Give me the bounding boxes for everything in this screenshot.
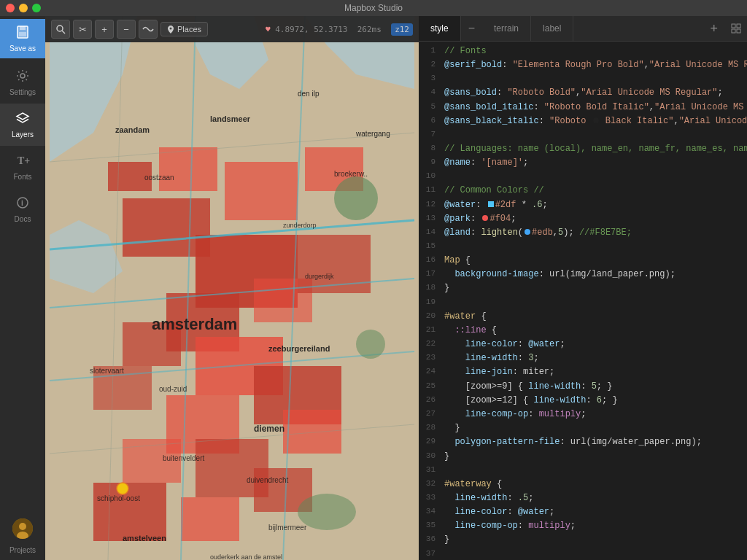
add-tab-button[interactable]: + xyxy=(703,16,725,41)
svg-rect-60 xyxy=(737,29,740,33)
tab-terrain[interactable]: terrain xyxy=(482,16,531,41)
code-editor[interactable]: 1 // Fonts 2 @serif_bold: "Elementa Roug… xyxy=(419,42,747,560)
code-line: 9 @name: '[name]'; xyxy=(419,156,747,170)
editor-panel: style − terrain label + 1 // Fonts 2 xyxy=(419,16,747,560)
code-line: 30 } xyxy=(419,450,747,464)
svg-rect-15 xyxy=(159,147,217,191)
code-line: 36 } xyxy=(419,533,747,547)
code-line: 21 ::line { xyxy=(419,324,747,338)
svg-text:T+: T+ xyxy=(18,155,30,166)
code-line: 24 line-join: miter; xyxy=(419,365,747,379)
projects-item[interactable]: Projects xyxy=(0,545,45,560)
main-area: Save as Settings Layers xyxy=(0,16,747,560)
user-avatar[interactable] xyxy=(12,518,33,539)
docs-item[interactable]: i Docs xyxy=(0,188,45,230)
code-line: 23 line-width: 3; xyxy=(419,351,747,365)
code-line: 1 // Fonts xyxy=(419,44,747,58)
code-line: 20 #water { xyxy=(419,310,747,324)
code-line: 11 // Common Colors // xyxy=(419,184,747,198)
code-line: 19 xyxy=(419,296,747,310)
svg-rect-2 xyxy=(19,32,26,36)
remove-button[interactable]: − xyxy=(117,20,136,39)
svg-text:zunderdorp: zunderdorp xyxy=(283,222,317,229)
code-line: 26 [zoom>=12] { line-width: 6; } xyxy=(419,394,747,408)
maximize-button[interactable] xyxy=(32,4,41,12)
svg-rect-1 xyxy=(20,26,26,30)
svg-text:oud-zuid: oud-zuid xyxy=(159,385,187,393)
save-label: Save as xyxy=(9,44,36,52)
code-line: 37 xyxy=(419,548,747,560)
save-button[interactable]: Save as xyxy=(0,19,45,58)
tab-label[interactable]: label xyxy=(531,16,573,41)
places-label: Places xyxy=(177,25,201,34)
time-value: 262ms xyxy=(357,25,382,34)
svg-rect-17 xyxy=(225,162,298,220)
svg-rect-58 xyxy=(737,24,740,28)
add-button[interactable]: + xyxy=(95,20,114,39)
layers-label: Layers xyxy=(12,131,34,139)
svg-point-35 xyxy=(356,330,385,359)
svg-text:oostzaan: oostzaan xyxy=(144,174,174,182)
code-line: 5 @sans_bold_italic: "Roboto Bold Italic… xyxy=(419,101,747,114)
svg-rect-59 xyxy=(732,29,735,33)
code-line: 12 @water: #2df * .6; xyxy=(419,198,747,212)
editor-tabs: style − terrain label + xyxy=(419,16,747,42)
sidebar: Save as Settings Layers xyxy=(0,16,45,560)
code-line: 33 line-width: .5; xyxy=(419,491,747,505)
svg-text:ouderkerk aan de amstel: ouderkerk aan de amstel xyxy=(210,553,282,560)
code-line: 13 @park: #f04; xyxy=(419,212,747,226)
layers-icon xyxy=(15,111,30,128)
map-canvas[interactable]: zaandam landsmeer den ilp watergang oost… xyxy=(45,16,419,560)
code-line: 28 } xyxy=(419,421,747,435)
layers-item[interactable]: Layers xyxy=(0,104,45,146)
code-line: 8 // Languages: name (local), name_en, n… xyxy=(419,142,747,156)
svg-text:buitenveldert: buitenveldert xyxy=(163,454,204,462)
code-line: 10 xyxy=(419,170,747,184)
grid-button[interactable] xyxy=(725,16,747,41)
save-icon xyxy=(15,25,30,42)
docs-icon: i xyxy=(15,195,30,212)
code-line: 2 @serif_bold: "Elementa Rough Pro Bold"… xyxy=(419,58,747,72)
settings-item[interactable]: Settings xyxy=(0,61,45,104)
svg-point-3 xyxy=(20,74,25,78)
svg-rect-32 xyxy=(181,497,239,541)
code-line: 3 xyxy=(419,72,747,86)
settings-label: Settings xyxy=(9,88,36,96)
scissors-button[interactable]: ✂ xyxy=(73,20,92,39)
app-title: Mapbox Studio xyxy=(344,3,403,13)
fonts-label: Fonts xyxy=(13,173,31,181)
map-area: ✂ + − Places ♥ 4.8972, 52.3713 262ms z12 xyxy=(45,16,419,560)
svg-text:diemen: diemen xyxy=(254,424,285,434)
code-line: 14 @land: lighten(#edb,5); //#F8E7BE; xyxy=(419,226,747,240)
code-line: 29 polygon-pattern-file: url(img/water_p… xyxy=(419,435,747,449)
svg-text:schiphol-oost: schiphol-oost xyxy=(97,494,140,502)
svg-line-11 xyxy=(62,31,65,34)
window-controls xyxy=(6,4,41,12)
tab-style[interactable]: style xyxy=(419,16,461,41)
svg-text:zaandam: zaandam xyxy=(115,125,150,134)
svg-text:den ilp: den ilp xyxy=(298,90,320,98)
code-line: 32 #waterway { xyxy=(419,478,747,491)
settings-icon xyxy=(15,69,30,85)
minimize-button[interactable] xyxy=(19,4,28,12)
code-line: 27 line-comp-op: multiply; xyxy=(419,408,747,421)
search-button[interactable] xyxy=(51,20,70,39)
svg-point-8 xyxy=(19,523,26,530)
tab-minus-button[interactable]: − xyxy=(461,16,482,41)
svg-text:amsterdam: amsterdam xyxy=(152,315,237,333)
svg-rect-31 xyxy=(93,483,166,541)
fonts-item[interactable]: T+ Fonts xyxy=(0,146,45,188)
svg-text:broekerw..: broekerw.. xyxy=(334,170,368,178)
svg-point-10 xyxy=(57,26,63,31)
code-line: 34 line-color: @water; xyxy=(419,505,747,519)
code-line: 16 Map { xyxy=(419,254,747,268)
svg-text:amstelveen: amstelveen xyxy=(123,534,166,542)
places-button[interactable]: Places xyxy=(160,22,208,36)
svg-text:durgerdijk: durgerdijk xyxy=(305,273,334,280)
svg-point-56 xyxy=(117,483,128,494)
route-button[interactable] xyxy=(139,20,158,39)
docs-label: Docs xyxy=(15,215,31,223)
svg-text:duivendrecht: duivendrecht xyxy=(247,476,288,484)
close-button[interactable] xyxy=(6,4,15,12)
code-line: 17 background-image: url(img/land_paper.… xyxy=(419,268,747,281)
